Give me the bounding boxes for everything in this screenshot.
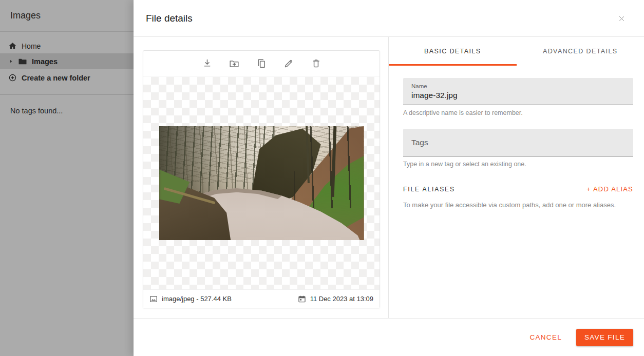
move-to-folder-button[interactable]: [228, 57, 241, 70]
transparency-checkerboard: [143, 77, 380, 289]
file-date: 11 Dec 2023 at 13:09: [298, 295, 373, 303]
save-file-button[interactable]: SAVE FILE: [576, 329, 633, 346]
details-column: BASIC DETAILS ADVANCED DETAILS Name A de…: [389, 37, 644, 318]
copy-icon: [256, 58, 267, 69]
basic-details-form: Name A descriptive name is easier to rem…: [389, 66, 644, 209]
name-field-label: Name: [411, 83, 625, 89]
name-field[interactable]: Name: [403, 78, 633, 105]
add-alias-button[interactable]: + ADD ALIAS: [586, 185, 633, 193]
close-button[interactable]: [615, 12, 628, 25]
tab-basic-details[interactable]: BASIC DETAILS: [389, 37, 517, 66]
tags-helper-text: Type in a new tag or select an existing …: [403, 161, 633, 168]
drawer-title: File details: [146, 13, 193, 24]
cancel-button[interactable]: CANCEL: [529, 333, 562, 341]
file-date-text: 11 Dec 2023 at 13:09: [310, 295, 373, 303]
name-helper-text: A descriptive name is easier to remember…: [403, 109, 633, 116]
download-button[interactable]: [200, 57, 214, 70]
image-file-icon: [149, 295, 158, 303]
tags-input[interactable]: [411, 138, 625, 147]
move-to-folder-icon: [229, 58, 240, 69]
file-actions-toolbar: [143, 51, 380, 76]
file-type-size-text: image/jpeg - 527.44 KB: [162, 295, 232, 303]
tab-advanced-details[interactable]: ADVANCED DETAILS: [517, 37, 644, 66]
download-icon: [202, 58, 213, 69]
delete-button[interactable]: [309, 57, 323, 70]
drawer-body: image/jpeg - 527.44 KB 11 Dec 2023 at 13…: [134, 37, 644, 318]
edit-button[interactable]: [282, 57, 295, 70]
close-icon: [618, 15, 626, 23]
file-meta-bar: image/jpeg - 527.44 KB 11 Dec 2023 at 13…: [143, 289, 380, 308]
drawer-header: File details: [134, 0, 644, 37]
name-input[interactable]: [411, 91, 625, 100]
tab-label: ADVANCED DETAILS: [543, 48, 618, 55]
file-aliases-heading: FILE ALIASES: [403, 186, 455, 193]
file-preview-photo: [159, 126, 364, 240]
delete-icon: [311, 58, 321, 69]
details-tabs: BASIC DETAILS ADVANCED DETAILS: [389, 37, 644, 66]
drawer-footer: CANCEL SAVE FILE: [134, 318, 644, 356]
edit-icon: [283, 58, 294, 69]
active-tab-indicator: [389, 64, 517, 66]
copy-button[interactable]: [255, 57, 268, 70]
tab-label: BASIC DETAILS: [424, 48, 481, 55]
file-preview-card: image/jpeg - 527.44 KB 11 Dec 2023 at 13…: [143, 50, 380, 308]
tags-field[interactable]: [403, 129, 633, 156]
file-type-size: image/jpeg - 527.44 KB: [149, 295, 232, 303]
preview-column: image/jpeg - 527.44 KB 11 Dec 2023 at 13…: [134, 37, 388, 318]
aliases-helper-text: To make your file accessible via custom …: [403, 201, 633, 209]
calendar-icon: [298, 295, 306, 303]
file-aliases-row: FILE ALIASES + ADD ALIAS: [403, 185, 633, 193]
photo-layer-right-trunks: [294, 126, 364, 208]
file-details-drawer: File details: [134, 0, 644, 356]
app-root: Images Home Images C: [0, 0, 644, 356]
